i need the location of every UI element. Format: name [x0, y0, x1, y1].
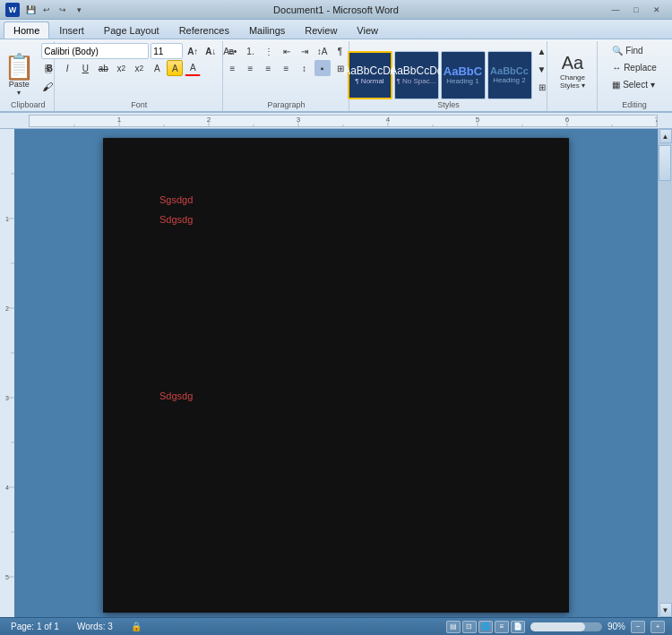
- title-bar: W 💾 ↩ ↪ ▾ Document1 - Microsoft Word — □…: [0, 0, 672, 20]
- page-info[interactable]: Page: 1 of 1: [7, 621, 63, 632]
- align-left-button[interactable]: ≡: [225, 60, 241, 76]
- tab-insert[interactable]: Insert: [49, 21, 94, 39]
- scroll-track: [659, 143, 672, 603]
- style-nospace[interactable]: AaBbCcDc ¶ No Spac...: [394, 51, 439, 99]
- svg-text:4: 4: [386, 116, 391, 124]
- select-button[interactable]: ▦ Select ▾: [607, 77, 661, 92]
- ribbon-group-editing: 🔍 Find ↔ Replace ▦ Select ▾ Editing: [599, 41, 670, 111]
- full-screen-button[interactable]: ⊡: [462, 621, 477, 633]
- svg-text:1: 1: [5, 216, 9, 222]
- multilevel-button[interactable]: ⋮: [261, 43, 277, 59]
- outline-button[interactable]: ≡: [495, 621, 509, 633]
- doc-text-3: Sdgsdg: [159, 390, 193, 401]
- svg-text:5: 5: [5, 574, 9, 580]
- select-icon: ▦: [612, 80, 620, 90]
- document-area: Sgsdgd Sdgsdg Sdgsdg: [14, 129, 658, 617]
- paste-icon: 📋: [4, 55, 35, 80]
- tab-mailings[interactable]: Mailings: [239, 21, 295, 39]
- draft-button[interactable]: 📄: [511, 621, 525, 633]
- status-bar: Page: 1 of 1 Words: 3 🔒 ▤ ⊡ 🌐 ≡ 📄 90% − …: [0, 617, 672, 635]
- print-layout-button[interactable]: ▤: [446, 621, 461, 633]
- styles-scroll-up[interactable]: ▲: [534, 43, 550, 59]
- font-size-input[interactable]: [151, 43, 183, 59]
- bullets-button[interactable]: ≡•: [225, 43, 241, 59]
- language-info[interactable]: 🔒: [127, 621, 145, 632]
- word-icon: W: [5, 3, 20, 17]
- paste-label: Paste: [9, 80, 30, 89]
- zoom-level: 90%: [607, 622, 625, 631]
- sort-button[interactable]: ↕A: [314, 43, 331, 59]
- style-nospace-preview: AaBbCcDc: [390, 64, 443, 77]
- doc-text-2: Sdgsdg: [159, 214, 193, 225]
- tab-page-layout[interactable]: Page Layout: [94, 21, 169, 39]
- strikethrough-button[interactable]: ab: [95, 60, 111, 76]
- font-row1: A↑ A↓ Aa: [41, 43, 237, 59]
- zoom-slider[interactable]: [530, 622, 602, 631]
- shrink-font-button[interactable]: A↓: [202, 43, 219, 59]
- style-heading1[interactable]: AaBbC Heading 1: [441, 51, 486, 99]
- replace-icon: ↔: [612, 63, 621, 73]
- web-layout-button[interactable]: 🌐: [478, 621, 493, 633]
- words-info[interactable]: Words: 3: [73, 621, 116, 632]
- superscript-button[interactable]: x2: [131, 60, 147, 76]
- minimize-button[interactable]: —: [606, 3, 625, 17]
- maximize-button[interactable]: □: [626, 3, 646, 17]
- decrease-indent-button[interactable]: ⇤: [279, 43, 295, 59]
- style-h1-name: Heading 1: [446, 78, 478, 86]
- zoom-slider-fill: [530, 622, 585, 631]
- tab-references[interactable]: References: [169, 21, 239, 39]
- replace-button[interactable]: ↔ Replace: [607, 60, 661, 75]
- document-page[interactable]: Sgsdgd Sdgsdg Sdgsdg: [103, 138, 569, 613]
- paste-dropdown[interactable]: ▾: [17, 89, 21, 97]
- font-color-button[interactable]: A: [185, 60, 201, 76]
- zoom-in-button[interactable]: +: [650, 621, 665, 633]
- scroll-thumb[interactable]: [659, 145, 671, 181]
- tab-view[interactable]: View: [347, 21, 388, 39]
- find-button[interactable]: 🔍 Find: [607, 43, 661, 58]
- text-effects-button[interactable]: A: [149, 60, 165, 76]
- svg-text:7: 7: [655, 116, 657, 124]
- save-qa-button[interactable]: 💾: [23, 3, 38, 17]
- style-heading2[interactable]: AaBbCc Heading 2: [487, 51, 532, 99]
- window-title: Document1 - Microsoft Word: [273, 4, 399, 15]
- vruler-svg: 1 2 3 4 5: [0, 129, 14, 617]
- svg-text:2: 2: [5, 305, 9, 312]
- shading-button[interactable]: ▪: [314, 60, 331, 76]
- numbering-button[interactable]: 1.: [243, 43, 259, 59]
- find-label: Find: [625, 46, 642, 56]
- align-center-button[interactable]: ≡: [243, 60, 259, 76]
- styles-scroll-down[interactable]: ▼: [534, 61, 550, 77]
- tab-review[interactable]: Review: [295, 21, 347, 39]
- align-right-button[interactable]: ≡: [261, 60, 277, 76]
- justify-button[interactable]: ≡: [279, 60, 295, 76]
- change-styles-button[interactable]: Aa ChangeStyles ▾: [550, 47, 595, 95]
- change-styles-label: ChangeStyles ▾: [560, 73, 585, 90]
- increase-indent-button[interactable]: ⇥: [297, 43, 313, 59]
- underline-button[interactable]: U: [77, 60, 93, 76]
- tab-home[interactable]: Home: [4, 21, 49, 39]
- italic-button[interactable]: I: [59, 60, 75, 76]
- styles-more[interactable]: ⊞: [534, 79, 550, 95]
- styles-label: Styles: [350, 100, 547, 109]
- horizontal-ruler: 1 2 3 4 5 6 7: [29, 115, 658, 127]
- paste-button[interactable]: 📋 Paste ▾: [0, 51, 38, 99]
- editing-buttons: 🔍 Find ↔ Replace ▦ Select ▾: [607, 43, 661, 92]
- undo-qa-button[interactable]: ↩: [39, 3, 54, 17]
- subscript-button[interactable]: x2: [113, 60, 129, 76]
- close-button[interactable]: ✕: [647, 3, 667, 17]
- scroll-up-button[interactable]: ▲: [659, 129, 672, 143]
- line-spacing-button[interactable]: ↕: [297, 60, 313, 76]
- bold-button[interactable]: B: [41, 60, 57, 76]
- highlight-button[interactable]: A: [167, 60, 183, 76]
- grow-font-button[interactable]: A↑: [185, 43, 201, 59]
- show-hide-button[interactable]: ¶: [332, 43, 349, 59]
- zoom-out-button[interactable]: −: [631, 621, 645, 633]
- style-nospace-name: ¶ No Spac...: [397, 78, 436, 86]
- more-qa-button[interactable]: ▾: [72, 3, 86, 17]
- redo-qa-button[interactable]: ↪: [56, 3, 70, 17]
- style-normal[interactable]: AaBbCcDc ¶ Normal: [348, 51, 392, 99]
- style-normal-name: ¶ Normal: [355, 78, 383, 86]
- scroll-down-button[interactable]: ▼: [659, 603, 672, 617]
- svg-text:3: 3: [5, 395, 9, 401]
- font-name-input[interactable]: [41, 43, 149, 59]
